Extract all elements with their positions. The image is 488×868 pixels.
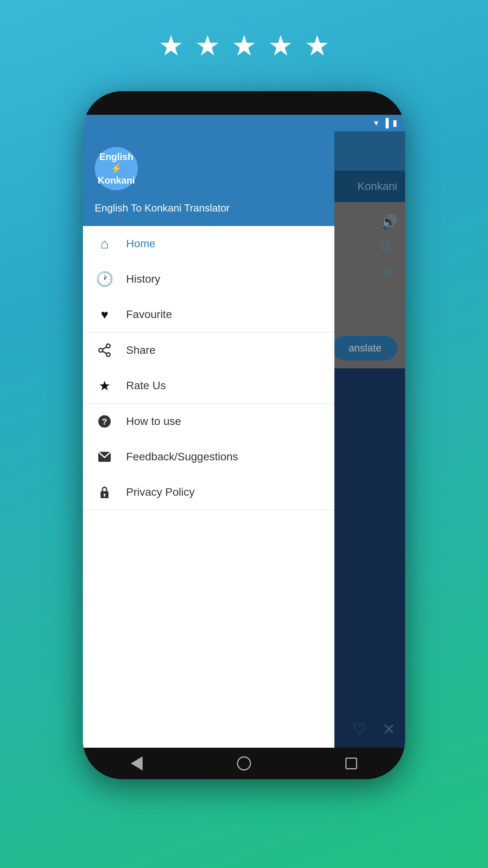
svg-point-9 bbox=[103, 494, 105, 496]
star-2: ★ bbox=[195, 31, 220, 60]
history-icon: 🕐 bbox=[95, 269, 114, 289]
menu-item-privacy-policy[interactable]: Privacy Policy bbox=[83, 474, 334, 510]
star-5: ★ bbox=[305, 31, 330, 60]
menu-label-home: Home bbox=[126, 237, 156, 250]
back-triangle-icon bbox=[131, 756, 143, 771]
recent-square-icon bbox=[345, 758, 357, 769]
menu-label-favourite: Favourite bbox=[126, 308, 172, 321]
svg-point-0 bbox=[106, 344, 110, 348]
menu-label-history: History bbox=[126, 273, 160, 285]
drawer-logo: English ⚡ Konkani bbox=[95, 147, 138, 190]
menu-item-how-to-use[interactable]: ? How to use bbox=[83, 404, 334, 439]
menu-label-rate-us: Rate Us bbox=[126, 379, 166, 392]
drawer-header: English ⚡ Konkani English To Konkani Tra… bbox=[83, 131, 334, 226]
stars-row: ★ ★ ★ ★ ★ bbox=[158, 31, 330, 60]
star-4: ★ bbox=[268, 31, 294, 60]
menu-item-history[interactable]: 🕐 History bbox=[83, 261, 334, 297]
drawer-logo-text2: Konkani bbox=[98, 175, 135, 186]
menu-section-2: Share ★ Rate Us bbox=[83, 333, 334, 404]
favourite-icon: ♥ bbox=[95, 305, 114, 324]
phone-frame: ▾ ▐ ▮ Konkani k on 🔊 bbox=[83, 91, 405, 779]
menu-section-3: ? How to use bbox=[83, 404, 334, 510]
how-to-use-icon: ? bbox=[95, 412, 114, 431]
drawer-title: English To Konkani Translator bbox=[95, 202, 323, 214]
svg-point-1 bbox=[99, 348, 103, 352]
home-circle-icon bbox=[237, 756, 251, 771]
battery-icon: ▮ bbox=[393, 118, 397, 128]
svg-line-4 bbox=[103, 347, 107, 349]
menu-item-home[interactable]: ⌂ Home bbox=[83, 226, 334, 261]
back-button[interactable] bbox=[125, 752, 149, 775]
status-bar: ▾ ▐ ▮ bbox=[83, 115, 405, 131]
home-button[interactable] bbox=[232, 752, 256, 775]
star-1: ★ bbox=[158, 31, 184, 60]
menu-item-feedback[interactable]: Feedback/Suggestions bbox=[83, 439, 334, 474]
menu-label-how-to-use: How to use bbox=[126, 415, 181, 428]
svg-point-2 bbox=[106, 353, 110, 357]
drawer-logo-icon: ⚡ bbox=[110, 163, 122, 174]
menu-label-privacy-policy: Privacy Policy bbox=[126, 486, 194, 498]
phone-top-bezel bbox=[83, 91, 405, 115]
svg-text:?: ? bbox=[102, 417, 107, 427]
svg-line-3 bbox=[103, 351, 107, 353]
wifi-icon: ▾ bbox=[374, 118, 378, 128]
recent-apps-button[interactable] bbox=[339, 752, 363, 775]
menu-label-share: Share bbox=[126, 344, 156, 357]
privacy-policy-icon bbox=[95, 482, 114, 502]
signal-icon: ▐ bbox=[382, 118, 389, 128]
app-container: Konkani k on 🔊 ⧉ ✕ anslate bbox=[83, 131, 405, 748]
share-icon bbox=[95, 340, 114, 360]
feedback-icon bbox=[95, 447, 114, 467]
drawer-logo-text1: English bbox=[99, 151, 134, 162]
menu-item-share[interactable]: Share bbox=[83, 333, 334, 368]
rate-us-icon: ★ bbox=[95, 376, 114, 395]
star-3: ★ bbox=[231, 31, 257, 60]
phone-screen: ▾ ▐ ▮ Konkani k on 🔊 bbox=[83, 115, 405, 748]
menu-section-1: ⌂ Home 🕐 History ♥ Favourite bbox=[83, 226, 334, 333]
menu-item-favourite[interactable]: ♥ Favourite bbox=[83, 297, 334, 332]
drawer-menu: ⌂ Home 🕐 History ♥ Favourite bbox=[83, 226, 334, 748]
home-icon: ⌂ bbox=[95, 234, 114, 254]
menu-label-feedback: Feedback/Suggestions bbox=[126, 451, 238, 463]
navigation-drawer: English ⚡ Konkani English To Konkani Tra… bbox=[83, 131, 334, 748]
bottom-navigation bbox=[83, 748, 405, 779]
menu-item-rate-us[interactable]: ★ Rate Us bbox=[83, 368, 334, 403]
